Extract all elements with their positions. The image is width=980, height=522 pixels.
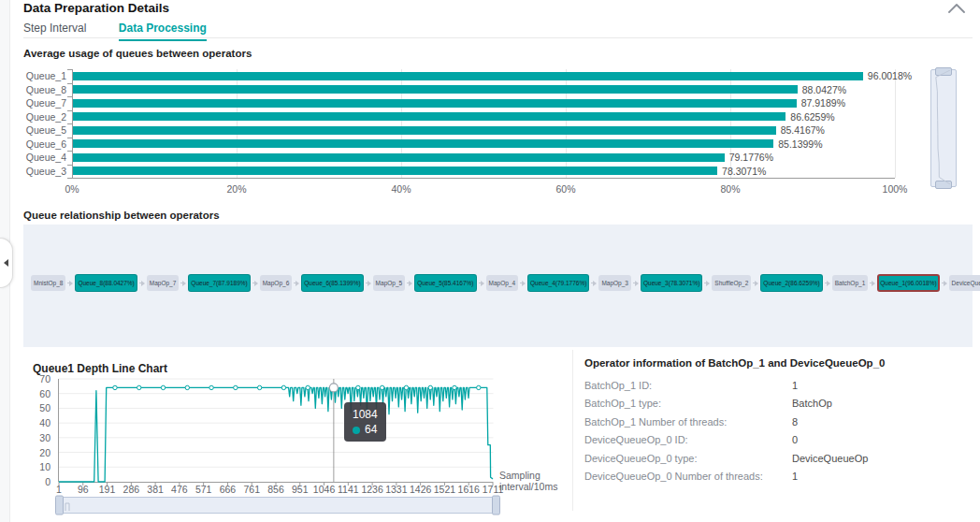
datazoom-data-shadow xyxy=(63,499,91,512)
info-value: 1 xyxy=(792,471,798,482)
chart-tooltip: 1084 64 xyxy=(344,402,386,442)
graph-node-BatchOp_1[interactable]: BatchOp_1 xyxy=(832,275,869,291)
line-chart-x-axis: 1961912863814765716667618569511046114112… xyxy=(58,484,507,495)
line-y-tick-label: 40 xyxy=(24,417,50,428)
bar-category-label: Queue_4 xyxy=(23,152,66,163)
bar-category-label: Queue_3 xyxy=(23,166,66,177)
info-row: DeviceQueueOp_0 ID:0 xyxy=(584,431,968,450)
bar-value-label: 85.4167% xyxy=(781,124,825,136)
bar-axis-tick xyxy=(67,151,72,152)
line-x-tick-label: 1521 xyxy=(434,484,455,495)
bar-x-tick-label: 100% xyxy=(883,183,908,195)
bar-category-label: Queue_6 xyxy=(23,138,66,150)
datazoom-data-shadow xyxy=(931,70,954,184)
line-marker xyxy=(209,385,213,389)
vertical-datazoom-slider[interactable] xyxy=(930,69,957,187)
info-row: DeviceQueueOp_0 type:DeviceQueueOp xyxy=(584,449,968,468)
flow-arrow-icon xyxy=(591,280,597,287)
horizontal-datazoom-slider[interactable] xyxy=(58,497,497,514)
bar-category-label: Queue_2 xyxy=(23,111,66,123)
x-axis-name: Sampling interval/10ms xyxy=(499,470,557,493)
queue1-depth-line-chart[interactable] xyxy=(58,377,494,486)
bar-axis-tick xyxy=(67,165,72,166)
graph-node-Queue_1[interactable]: Queue_1(96.0018%) xyxy=(877,274,939,292)
graph-node-MapOp_4[interactable]: MapOp_4 xyxy=(486,275,519,291)
bar-Queue_7[interactable] xyxy=(73,99,797,108)
line-marker xyxy=(453,385,456,389)
bar-value-label: 86.6259% xyxy=(790,111,834,123)
tab-data-processing[interactable]: Data Processing xyxy=(119,22,207,41)
info-row: BatchOp_1 Number of threads:8 xyxy=(584,413,968,431)
flow-arrow-icon xyxy=(753,280,758,287)
graph-node-MapOp_7[interactable]: MapOp_7 xyxy=(147,275,180,291)
info-value: DeviceQueueOp xyxy=(792,453,868,464)
graph-node-Queue_5[interactable]: Queue_5(85.4167%) xyxy=(414,274,476,292)
graph-node-Queue_3[interactable]: Queue_3(78.3071%) xyxy=(641,274,702,292)
bar-axis-tick xyxy=(67,138,72,138)
tab-step-interval[interactable]: Step Interval xyxy=(23,22,86,39)
info-row: BatchOp_1 ID:1 xyxy=(584,376,968,395)
graph-node-MapOp_3[interactable]: MapOp_3 xyxy=(598,275,631,291)
info-label: DeviceQueueOp_0 type: xyxy=(584,453,792,464)
line-x-tick-label: 951 xyxy=(292,484,309,495)
bar-Queue_4[interactable] xyxy=(73,153,725,162)
graph-node-MapOp_6[interactable]: MapOp_6 xyxy=(260,275,293,291)
line-marker xyxy=(137,385,141,389)
tooltip-x-value: 1084 xyxy=(353,407,378,422)
line-y-tick-label: 20 xyxy=(24,447,50,458)
bar-Queue_6[interactable] xyxy=(73,139,773,148)
line-y-tick-label: 10 xyxy=(24,461,50,472)
sidebar-collapse-handle[interactable] xyxy=(0,238,13,288)
line-x-tick-label: 96 xyxy=(78,484,89,495)
line-x-tick-label: 1046 xyxy=(313,484,335,495)
info-row: BatchOp_1 type:BatchOp xyxy=(584,395,968,413)
info-row: DeviceQueueOp_0 Number of threads:1 xyxy=(584,468,968,486)
line-chart-y-axis: 010203040506070 xyxy=(24,377,54,486)
bar-Queue_1[interactable] xyxy=(73,72,863,80)
page-title: Data Preparation Details xyxy=(23,1,169,15)
graph-node-Queue_8[interactable]: Queue_8(88.0427%) xyxy=(75,274,137,292)
bar-x-tick-label: 0% xyxy=(65,183,79,195)
emphasized-point[interactable] xyxy=(329,384,338,392)
bar-category-label: Queue_7 xyxy=(23,97,66,109)
operator-info-table: BatchOp_1 ID:1BatchOp_1 type:BatchOpBatc… xyxy=(584,376,968,486)
line-marker xyxy=(356,385,360,389)
graph-node-Queue_2[interactable]: Queue_2(86.6259%) xyxy=(760,274,822,292)
bar-category-label: Queue_5 xyxy=(23,124,66,136)
graph-node-DeviceQueueOp_0[interactable]: DeviceQueueOp_0 xyxy=(949,275,980,291)
bar-axis-tick xyxy=(67,83,72,84)
datazoom-right-handle[interactable] xyxy=(492,496,500,515)
info-label: DeviceQueueOp_0 Number of threads: xyxy=(584,471,792,482)
queue-usage-bar-chart[interactable]: 0%20%40%60%80%100%Queue_196.0018%Queue_8… xyxy=(23,67,926,193)
line-x-tick-label: 1141 xyxy=(338,484,359,495)
line-marker xyxy=(185,385,189,389)
flow-arrow-icon xyxy=(633,280,639,287)
graph-node-ShuffleOp_2[interactable]: ShuffleOp_2 xyxy=(712,275,751,291)
bar-Queue_2[interactable] xyxy=(73,112,785,121)
bar-Queue_8[interactable] xyxy=(73,85,798,94)
bar-gridline xyxy=(895,69,896,178)
line-marker xyxy=(380,385,383,389)
line-marker xyxy=(281,385,285,389)
info-label: BatchOp_1 Number of threads: xyxy=(584,416,792,428)
bar-value-label: 78.3071% xyxy=(722,166,766,177)
line-x-tick-label: 1426 xyxy=(410,484,431,495)
graph-node-Queue_7[interactable]: Queue_7(87.9189%) xyxy=(188,274,250,292)
bar-value-label: 96.0018% xyxy=(868,70,912,81)
chevron-up-icon[interactable] xyxy=(946,1,967,16)
bar-axis-tick xyxy=(67,96,72,97)
line-x-tick-label: 191 xyxy=(99,484,116,495)
bar-x-axis-line xyxy=(67,178,895,179)
graph-node-Queue_4[interactable]: Queue_4(79.1776%) xyxy=(527,274,589,292)
line-chart-title: Queue1 Depth Line Chart xyxy=(33,362,167,375)
flow-arrow-icon xyxy=(67,280,73,287)
graph-node-Queue_6[interactable]: Queue_6(85.1399%) xyxy=(301,274,363,292)
bar-Queue_5[interactable] xyxy=(73,126,776,135)
graph-node-MapOp_5[interactable]: MapOp_5 xyxy=(373,275,406,291)
line-marker xyxy=(404,385,408,389)
bar-Queue_3[interactable] xyxy=(73,167,717,175)
line-x-tick-label: 571 xyxy=(195,484,212,495)
bar-axis-tick xyxy=(67,69,72,70)
graph-node-MnistOp_8[interactable]: MnistOp_8 xyxy=(31,275,65,291)
flow-arrow-icon xyxy=(870,280,875,287)
